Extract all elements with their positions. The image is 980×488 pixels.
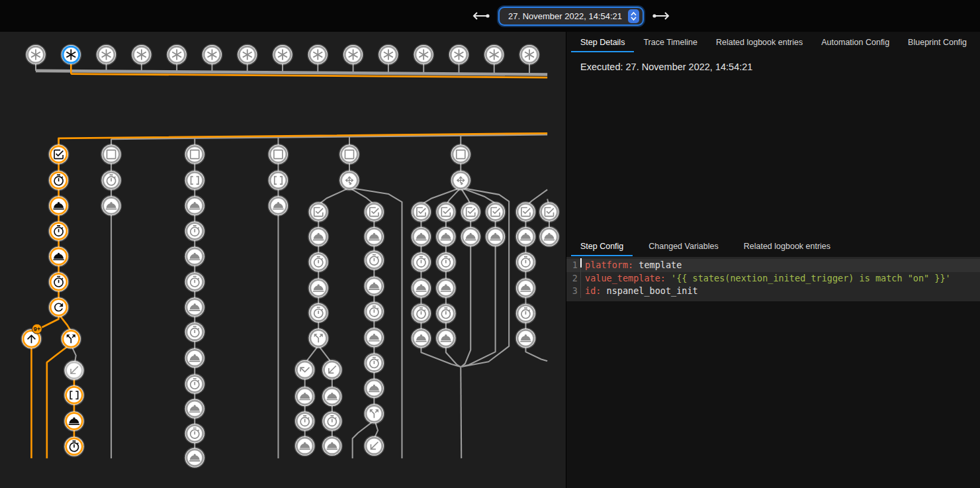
trace-node-bell[interactable] bbox=[48, 196, 68, 216]
trace-node-bell[interactable] bbox=[436, 278, 456, 298]
trace-node-bell[interactable] bbox=[461, 226, 480, 246]
trace-node-bell[interactable] bbox=[364, 226, 384, 246]
tab-step-config[interactable]: Step Config bbox=[571, 236, 633, 256]
trace-node-checkbox[interactable] bbox=[364, 202, 384, 222]
trace-node-call-received[interactable] bbox=[64, 360, 84, 380]
trace-node-bell[interactable] bbox=[322, 436, 342, 456]
trace-node-bell[interactable] bbox=[185, 448, 204, 467]
trace-datetime-select[interactable]: 27. November 2022, 14:54:21 bbox=[500, 8, 643, 24]
trace-node-timer[interactable] bbox=[48, 170, 68, 190]
trace-node-checkbox[interactable] bbox=[436, 202, 456, 222]
trace-node-asterisk[interactable] bbox=[26, 44, 46, 64]
trace-node-timer[interactable] bbox=[48, 272, 68, 292]
trace-node-timer[interactable] bbox=[364, 301, 384, 321]
trace-node-bell[interactable] bbox=[364, 328, 384, 348]
tab-related-logbook-entries[interactable]: Related logbook entries bbox=[707, 32, 812, 52]
trace-node-timer[interactable] bbox=[185, 424, 204, 444]
trace-node-bell[interactable] bbox=[185, 348, 204, 368]
trace-node-bell[interactable] bbox=[185, 399, 204, 418]
trace-node-bell[interactable] bbox=[411, 278, 431, 298]
trace-node-timer[interactable] bbox=[515, 252, 535, 272]
previous-trace-icon[interactable] bbox=[471, 11, 491, 21]
trace-node-bell[interactable] bbox=[268, 196, 288, 216]
trace-node-bell[interactable] bbox=[295, 386, 315, 406]
trace-node-timer[interactable] bbox=[364, 250, 384, 270]
trace-node-checkbox-blank[interactable] bbox=[185, 144, 204, 164]
trace-node-asterisk[interactable] bbox=[167, 44, 187, 64]
next-trace-icon[interactable] bbox=[651, 11, 671, 21]
code-line-3[interactable]: 3id: nspanel_boot_init bbox=[566, 285, 980, 298]
trace-node-bell[interactable] bbox=[101, 196, 121, 216]
trace-node-bell[interactable] bbox=[185, 246, 204, 266]
tab-related-logbook-entries[interactable]: Related logbook entries bbox=[735, 236, 840, 256]
trace-node-bell[interactable] bbox=[64, 411, 84, 431]
trace-node-call-split[interactable] bbox=[364, 404, 384, 424]
trace-node-bell[interactable] bbox=[515, 278, 535, 298]
trace-node-decision[interactable] bbox=[339, 170, 359, 190]
trace-node-timer[interactable] bbox=[185, 374, 204, 394]
trace-node-decision[interactable] bbox=[451, 170, 470, 190]
trace-node-bell[interactable] bbox=[322, 386, 342, 406]
trace-node-bell[interactable] bbox=[308, 226, 328, 246]
trace-node-bell[interactable] bbox=[48, 246, 68, 266]
trace-node-checkbox[interactable] bbox=[411, 202, 431, 222]
tab-blueprint-config[interactable]: Blueprint Config bbox=[899, 32, 976, 52]
trace-node-timer[interactable] bbox=[308, 303, 328, 322]
trace-node-call-received[interactable] bbox=[364, 436, 384, 456]
trace-node-asterisk[interactable] bbox=[449, 44, 468, 64]
trace-node-asterisk[interactable] bbox=[519, 44, 539, 64]
automation-trace-graph[interactable]: 9+ bbox=[0, 32, 566, 488]
trace-node-asterisk[interactable] bbox=[202, 44, 222, 64]
trace-node-call-split[interactable] bbox=[61, 329, 81, 349]
trace-node-brackets[interactable] bbox=[185, 170, 204, 190]
trace-node-bell[interactable] bbox=[364, 378, 384, 398]
trace-node-timer[interactable] bbox=[436, 303, 456, 323]
tab-trace-timeline[interactable]: Trace Timeline bbox=[634, 32, 707, 52]
trace-node-checkbox[interactable] bbox=[539, 202, 559, 222]
trace-node-timer[interactable] bbox=[322, 411, 342, 431]
trace-node-refresh[interactable] bbox=[48, 297, 68, 317]
trace-node-timer[interactable] bbox=[185, 272, 204, 292]
trace-node-timer[interactable] bbox=[436, 252, 456, 272]
trace-node-timer[interactable] bbox=[185, 221, 204, 241]
trace-node-brackets[interactable] bbox=[64, 385, 84, 405]
trace-node-bell[interactable] bbox=[411, 226, 431, 246]
trace-node-call-split[interactable] bbox=[308, 328, 328, 348]
trace-node-asterisk[interactable] bbox=[96, 44, 116, 64]
trace-node-bell[interactable] bbox=[436, 328, 456, 348]
trace-node-bell[interactable] bbox=[295, 436, 315, 456]
trace-node-brackets[interactable] bbox=[268, 170, 288, 190]
trace-node-bell[interactable] bbox=[308, 278, 328, 298]
trace-node-bell[interactable] bbox=[515, 226, 535, 246]
up-down-stepper-icon[interactable] bbox=[628, 9, 639, 23]
trace-node-timer[interactable] bbox=[411, 252, 431, 272]
trace-node-call-received[interactable] bbox=[322, 360, 342, 379]
trace-node-checkbox-blank[interactable] bbox=[451, 144, 470, 164]
trace-node-asterisk[interactable] bbox=[273, 44, 292, 64]
trace-node-asterisk[interactable] bbox=[308, 44, 328, 64]
trace-node-bell[interactable] bbox=[364, 276, 384, 296]
trace-node-bell[interactable] bbox=[436, 226, 456, 246]
trace-node-asterisk[interactable] bbox=[238, 44, 257, 64]
trace-node-checkbox-blank[interactable] bbox=[339, 144, 359, 164]
trace-node-checkbox[interactable] bbox=[515, 202, 535, 222]
trace-node-timer[interactable] bbox=[308, 252, 328, 272]
trace-node-bell[interactable] bbox=[411, 328, 431, 348]
trace-node-timer[interactable] bbox=[48, 221, 68, 241]
trace-node-checkbox-blank[interactable] bbox=[101, 144, 121, 164]
trace-node-checkbox-blank[interactable] bbox=[268, 144, 288, 164]
trace-node-asterisk[interactable] bbox=[132, 44, 152, 64]
code-line-1[interactable]: 1platform: template bbox=[566, 259, 980, 272]
trace-node-asterisk[interactable] bbox=[379, 44, 398, 64]
trace-node-timer[interactable] bbox=[101, 170, 121, 190]
trace-node-timer[interactable] bbox=[515, 303, 535, 323]
tab-automation-config[interactable]: Automation Config bbox=[812, 32, 899, 52]
trace-node-checkbox[interactable] bbox=[485, 202, 505, 222]
trace-node-checkbox[interactable] bbox=[48, 144, 68, 164]
trace-node-timer[interactable] bbox=[364, 353, 384, 373]
trace-node-bell[interactable] bbox=[185, 196, 204, 216]
trace-node-timer[interactable] bbox=[411, 303, 431, 323]
trace-node-asterisk[interactable] bbox=[61, 44, 81, 64]
trace-node-timer[interactable] bbox=[295, 411, 315, 431]
trace-node-bell[interactable] bbox=[185, 297, 204, 317]
